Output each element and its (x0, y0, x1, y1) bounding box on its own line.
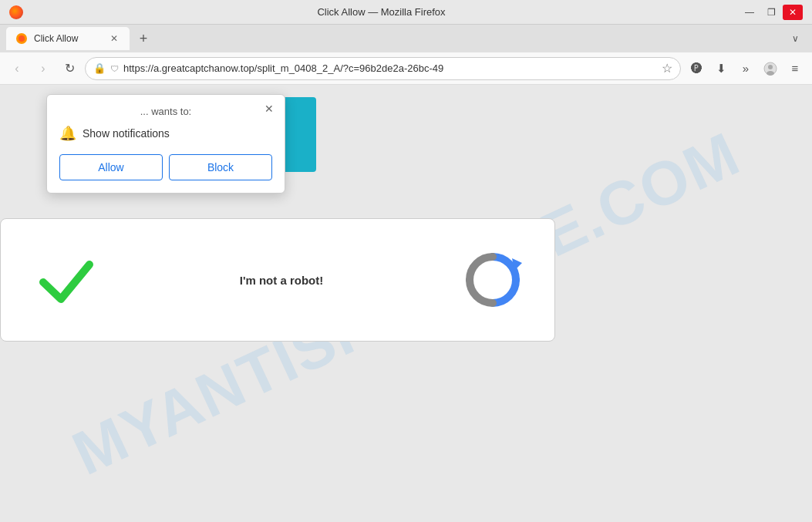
checkmark-icon (32, 245, 101, 315)
firefox-icon (9, 5, 23, 19)
new-tab-button[interactable]: + (133, 28, 154, 49)
titlebar-controls: — ❐ ✕ (740, 5, 803, 20)
content-area: MYANTISPYWARE.COM Click «Allow» to confi… (0, 85, 812, 522)
security-icon: 🔒 (93, 62, 106, 74)
popup-close-button[interactable]: ✕ (261, 101, 277, 116)
close-button[interactable]: ✕ (783, 5, 803, 20)
extensions-button[interactable]: » (735, 58, 756, 79)
active-tab[interactable]: Click Allow ✕ (6, 27, 130, 50)
tab-title: Click Allow (34, 33, 102, 44)
tabbar: Click Allow ✕ + ∨ (0, 25, 812, 52)
minimize-button[interactable]: — (740, 5, 760, 20)
allow-button[interactable]: Allow (59, 154, 163, 180)
tab-close-button[interactable]: ✕ (108, 32, 120, 45)
extensions-icon: » (743, 62, 749, 75)
toolbar-right: 🅟 ⬇ » ≡ (686, 58, 806, 79)
download-button[interactable]: ⬇ (710, 58, 732, 79)
address-bar[interactable]: 🔒 🛡 https://a.greatcaptchanow.top/split_… (85, 57, 681, 80)
svg-point-3 (768, 65, 773, 69)
profile-icon (763, 62, 777, 76)
svg-point-4 (767, 71, 774, 76)
tab-expand-button[interactable]: ∨ (784, 28, 806, 49)
popup-notification-row: 🔔 Show notifications (59, 125, 272, 142)
svg-point-1 (19, 35, 25, 42)
forward-button[interactable]: › (32, 58, 54, 79)
popup-buttons: Allow Block (59, 154, 272, 180)
profile-button[interactable] (760, 58, 781, 79)
reload-button[interactable]: ↻ (59, 58, 80, 79)
titlebar-title: Click Allow — Mozilla Firefox (23, 6, 740, 18)
titlebar: Click Allow — Mozilla Firefox — ❐ ✕ (0, 0, 812, 25)
back-icon: ‹ (15, 62, 19, 76)
tab-favicon (15, 32, 28, 45)
url-text: https://a.greatcaptchanow.top/split_m_04… (123, 62, 657, 74)
menu-button[interactable]: ≡ (784, 58, 806, 79)
navbar: ‹ › ↻ 🔒 🛡 https://a.greatcaptchanow.top/… (0, 52, 812, 85)
reload-icon: ↻ (65, 61, 75, 76)
bell-icon: 🔔 (59, 125, 76, 142)
lock-icon: 🛡 (110, 64, 119, 73)
recaptcha-logo (462, 249, 524, 311)
notification-popup: ✕ ... wants to: 🔔 Show notifications All… (46, 94, 285, 194)
captcha-label: I'm not a robot! (240, 274, 324, 287)
forward-icon: › (41, 62, 45, 76)
popup-notification-text: Show notifications (83, 127, 170, 140)
pocket-button[interactable]: 🅟 (686, 58, 707, 79)
hamburger-icon: ≡ (792, 62, 799, 75)
bookmark-star-icon[interactable]: ☆ (662, 61, 672, 76)
captcha-container: I'm not a robot! (0, 218, 555, 342)
maximize-button[interactable]: ❐ (761, 5, 781, 20)
popup-title: ... wants to: (59, 106, 272, 117)
block-button[interactable]: Block (169, 154, 272, 180)
back-button[interactable]: ‹ (6, 58, 28, 79)
